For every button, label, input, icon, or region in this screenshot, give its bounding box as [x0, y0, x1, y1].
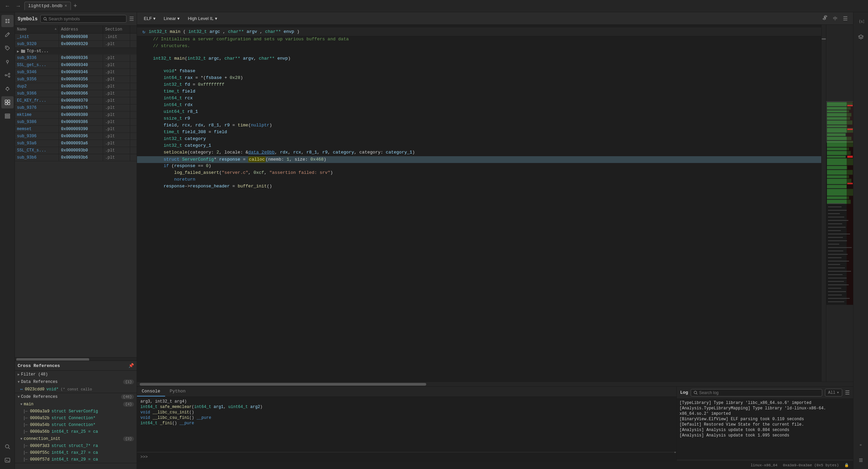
xref-code-references-header[interactable]: ▼ Code References {46}: [15, 393, 137, 401]
refresh-icon[interactable]: ↻: [142, 29, 145, 35]
log-menu-icon[interactable]: ☰: [845, 389, 850, 396]
xref-filter-header[interactable]: ▶ Filter (48): [15, 371, 137, 378]
list-item[interactable]: _init 0x000009308 .init: [15, 34, 137, 41]
layers-icon-btn[interactable]: [855, 31, 867, 43]
code-line[interactable]: // structures.: [137, 43, 821, 50]
symbols-search-input[interactable]: [48, 16, 123, 21]
code-view[interactable]: ↻ int32_t main ( int32_t argc , char** a…: [137, 25, 821, 382]
bug-icon-btn[interactable]: [1, 83, 14, 95]
code-line[interactable]: log_failed_assert ( "server.c" , 0xcf , …: [137, 170, 821, 177]
list-icon-btn[interactable]: [855, 454, 867, 466]
new-tab-button[interactable]: +: [72, 2, 79, 9]
code-line[interactable]: int32_t category_1: [137, 143, 821, 149]
svg-rect-40: [827, 185, 847, 188]
menu-icon-btn[interactable]: ☰: [842, 15, 849, 22]
console-input[interactable]: [150, 455, 673, 460]
code-line-selected[interactable]: struct ServerConfig * response = calloc …: [137, 156, 821, 163]
xref-main-header[interactable]: ▼ main {4}: [18, 401, 137, 408]
xref-code-item[interactable]: |← 0000a56b int64_t rax_25 = ca: [18, 428, 137, 435]
code-line[interactable]: field , rcx , rdx , r8_1 , r9 = time ( n…: [137, 122, 821, 129]
code-line[interactable]: setlocale (category: 2 , locale: & data_…: [137, 149, 821, 156]
list-item[interactable]: sub_9396 0x000009396 .plt: [15, 133, 137, 140]
xref-code-item[interactable]: |← 0000a54b struct Connection*: [18, 422, 137, 428]
tab-python[interactable]: Python: [165, 387, 191, 396]
symbols-icon-btn[interactable]: [1, 96, 14, 108]
location-icon-btn[interactable]: [1, 56, 14, 68]
xref-addr: 0000f57d: [30, 457, 50, 462]
xref-code-item[interactable]: |← 0000f3d3 struct struct_7* ra: [18, 443, 137, 449]
code-line[interactable]: int32_t fd = 0xffffffff: [137, 82, 821, 88]
elf-dropdown[interactable]: ELF ▾: [141, 15, 158, 22]
quote-icon-btn[interactable]: “: [855, 441, 867, 453]
edit-icon-btn[interactable]: [1, 28, 14, 41]
variables-icon-btn[interactable]: {x}: [855, 15, 867, 27]
data-ref-label: Data References: [21, 380, 58, 384]
code-line[interactable]: [137, 50, 821, 56]
code-line[interactable]: int32_t main ( int32_t argc , char** arg…: [137, 56, 821, 62]
xref-code-item[interactable]: |← 0000a52b struct Connection*: [18, 415, 137, 422]
symbols-hscroll[interactable]: [15, 357, 137, 361]
list-item[interactable]: dup2 0x000009360 .plt: [15, 83, 137, 90]
code-line[interactable]: time_t field_308 = field: [137, 129, 821, 136]
scroll-track[interactable]: [821, 25, 826, 382]
xref-code-item[interactable]: |← 0000a3a9 struct ServerConfig: [18, 408, 137, 415]
list-item[interactable]: sub_9376 0x000009376 .plt: [15, 104, 137, 111]
list-item[interactable]: sub_9336 0x000009336 .plt: [15, 55, 137, 62]
tag-icon-btn[interactable]: [1, 42, 14, 54]
code-line[interactable]: uint64_t r8_1: [137, 109, 821, 116]
code-line[interactable]: time_t field: [137, 88, 821, 95]
list-item[interactable]: sub_9320 0x000009320 .plt: [15, 41, 137, 48]
code-ref-label: Code References: [21, 394, 58, 399]
back-button[interactable]: ←: [3, 2, 12, 10]
list-item[interactable]: sub_9366 0x000009366 .plt: [15, 90, 137, 97]
code-line[interactable]: void * fsbase: [137, 68, 821, 75]
search-icon-btn[interactable]: [1, 441, 14, 453]
xref-code-item[interactable]: |← 0000f57d int64_t rax_29 = ca: [18, 456, 137, 463]
chinese-icon-btn[interactable]: 中: [832, 15, 839, 22]
log-line: [Default] Restored View State for the cu…: [679, 422, 850, 427]
list-item[interactable]: sub_9356 0x000009356 .plt: [15, 76, 137, 83]
code-line[interactable]: if ( response == 0 ): [137, 163, 821, 170]
list-item[interactable]: SSL_get_s... 0x000009340 .plt: [15, 62, 137, 69]
code-line[interactable]: int64_t rdx: [137, 102, 821, 109]
list-item[interactable]: sub_9386 0x000009386 .plt: [15, 119, 137, 126]
list-item[interactable]: EC_KEY_fr... 0x000009370 .plt: [15, 97, 137, 104]
log-search-input[interactable]: [699, 390, 819, 395]
tab-close-button[interactable]: ×: [64, 4, 67, 8]
xref-connection-header[interactable]: ▼ connection_init {3}: [18, 435, 137, 443]
list-item[interactable]: memset 0x000009390 .plt: [15, 126, 137, 133]
code-line[interactable]: noreturn: [137, 177, 821, 183]
svg-point-19: [44, 17, 46, 20]
list-item[interactable]: mktime 0x000009380 .plt: [15, 111, 137, 119]
xref-data-item[interactable]: ↦ 0023cdd0 void* (* const callo: [15, 386, 137, 393]
pin-icon[interactable]: 📌: [129, 363, 134, 368]
graph-icon-btn[interactable]: [1, 69, 14, 81]
code-line[interactable]: int64_t rax = *( fsbase + 0x28 ): [137, 75, 821, 82]
home-icon-btn[interactable]: [1, 15, 14, 27]
list-item[interactable]: sub_93b6 0x0000093b6 .plt: [15, 154, 137, 161]
highlevel-dropdown[interactable]: High Level IL ▾: [185, 15, 220, 22]
xref-code-item[interactable]: |← 0000f55c int64_t rax_27 = ca: [18, 449, 137, 456]
list-item[interactable]: sub_93a6 0x0000093a6 .plt: [15, 140, 137, 147]
xref-data-references-header[interactable]: ▼ Data References {1}: [15, 378, 137, 386]
linear-dropdown[interactable]: Linear ▾: [161, 15, 182, 22]
code-line[interactable]: // Initializes a server configuration an…: [137, 36, 821, 43]
code-line[interactable]: [137, 62, 821, 68]
forward-button[interactable]: →: [14, 2, 23, 10]
tab-console[interactable]: Console: [137, 387, 165, 396]
tab-lighttpd[interactable]: lighttpd.bndb ×: [24, 2, 71, 10]
log-filter-dropdown[interactable]: All ▾: [825, 389, 842, 396]
list-item[interactable]: sub_9346 0x000009346 .plt: [15, 69, 137, 76]
group-row-tcp[interactable]: ▶ Tcp-st...: [15, 48, 137, 55]
list-item[interactable]: SSL_CTX_s... 0x0000093b0 .plt: [15, 147, 137, 154]
link-icon-btn[interactable]: [821, 14, 829, 22]
code-line[interactable]: response -> response_header = buffer_ini…: [137, 183, 821, 190]
code-line[interactable]: int64_t rcx: [137, 95, 821, 102]
code-line[interactable]: ssize_t r9: [137, 116, 821, 122]
symbols-menu-icon[interactable]: ☰: [129, 16, 134, 22]
stack-icon-btn[interactable]: [1, 110, 14, 122]
code-line[interactable]: int32_t category: [137, 136, 821, 143]
code-hscroll[interactable]: [137, 382, 853, 386]
svg-rect-34: [827, 156, 846, 158]
terminal-icon-btn[interactable]: [1, 454, 14, 466]
